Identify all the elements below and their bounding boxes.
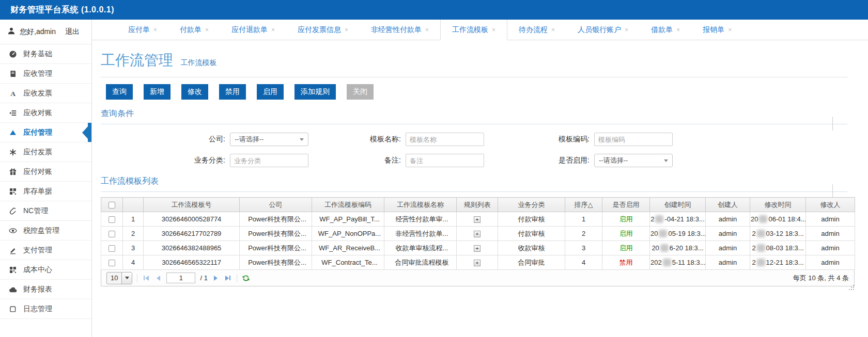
cloud-icon: [8, 285, 18, 294]
sidebar-item-receivable-mgmt[interactable]: 应收管理: [0, 64, 91, 84]
tab-expense-bill[interactable]: 报销单×: [691, 20, 743, 40]
add-button[interactable]: 新增: [144, 84, 171, 100]
sort-cell: 3: [565, 241, 602, 255]
modified-by-cell: admin: [806, 255, 855, 270]
tab-workflow-template[interactable]: 工作流模板×: [440, 20, 507, 40]
tab-personnel-bank-account[interactable]: 人员银行账户×: [566, 20, 640, 40]
table-row[interactable]: 13026646000528774Power科技有限公...WF_AP_PayB…: [101, 212, 855, 227]
expand-rules-button[interactable]: +: [474, 260, 481, 266]
row-checkbox[interactable]: [109, 216, 115, 223]
add-rule-button[interactable]: 添加规则: [295, 84, 336, 100]
logout-link[interactable]: 退出: [65, 27, 80, 37]
modified-time-cell: 208-03 18:3...: [750, 241, 806, 255]
tab-todo-flow[interactable]: 待办流程×: [507, 20, 566, 40]
index-header: [123, 198, 144, 212]
tab-close-icon[interactable]: ×: [625, 26, 628, 34]
expand-rules-button[interactable]: +: [474, 231, 481, 237]
column-header[interactable]: 修改人: [806, 198, 855, 212]
modified-time-cell: 2006-01 18:4...: [750, 212, 806, 227]
expand-rules-button[interactable]: +: [474, 216, 481, 223]
row-checkbox[interactable]: [109, 231, 115, 237]
row-checkbox[interactable]: [109, 245, 115, 252]
tab-payable-invoice-info[interactable]: 应付发票信息×: [286, 20, 360, 40]
enabled-select[interactable]: --请选择--: [594, 154, 673, 167]
field-label: 公司:: [101, 135, 230, 144]
template-name-input[interactable]: [406, 133, 484, 146]
company-select[interactable]: --请选择--: [230, 133, 308, 146]
sidebar-item-payment-mgmt[interactable]: 支付管理: [0, 240, 91, 260]
sidebar-item-receivable-reconcile[interactable]: 应收对账: [0, 103, 91, 123]
sidebar-item-finance-basics[interactable]: 财务基础: [0, 44, 91, 64]
user-greeting: 您好,admin: [20, 27, 56, 37]
user-panel: 您好,admin 退出: [0, 20, 91, 44]
column-header[interactable]: 创建人: [706, 198, 750, 212]
column-header[interactable]: 修改时间: [750, 198, 806, 212]
edit-button[interactable]: 修改: [181, 84, 208, 100]
column-header[interactable]: 排序△: [565, 198, 602, 212]
table-row[interactable]: 43026646565322117Power科技有限公...WF_Contrac…: [101, 255, 855, 270]
row-checkbox[interactable]: [109, 260, 115, 266]
page-number-input[interactable]: [166, 272, 195, 283]
section-handle: [832, 117, 833, 131]
content-area: 应付单×付款单×应付退款单×应付发票信息×非经营性付款单×工作流模板×待办流程×…: [92, 20, 868, 337]
tab-close-icon[interactable]: ×: [425, 26, 429, 34]
tab-close-icon[interactable]: ×: [492, 26, 495, 34]
tab-close-icon[interactable]: ×: [728, 26, 732, 34]
resize-grip[interactable]: [848, 283, 855, 293]
tab-close-icon[interactable]: ×: [345, 26, 348, 34]
tab-payable-bill[interactable]: 应付单×: [117, 20, 168, 40]
table-row[interactable]: 23026646217702789Power科技有限公...WF_AP_NonO…: [101, 227, 855, 241]
query-button[interactable]: 查询: [106, 84, 133, 100]
tab-non-operating-payment[interactable]: 非经营性付款单×: [360, 20, 440, 40]
column-header[interactable]: 业务分类: [498, 198, 565, 212]
sidebar-item-nc-mgmt[interactable]: NC管理: [0, 201, 91, 221]
table-row[interactable]: 33026646382488965Power科技有限公...WF_AR_Rece…: [101, 241, 855, 255]
column-header[interactable]: 规则列表: [457, 198, 498, 212]
sidebar-item-payable-reconcile[interactable]: 应付对账: [0, 162, 91, 182]
field-label: 模板编码:: [545, 135, 594, 144]
paperclip-icon: [8, 207, 18, 215]
close-button[interactable]: 关闭: [347, 84, 374, 100]
tab-payable-refund[interactable]: 应付退款单×: [220, 20, 286, 40]
sidebar-item-finance-report[interactable]: 财务报表: [0, 280, 91, 299]
template-code-input[interactable]: [594, 133, 673, 146]
field-business-category: 业务分类:: [101, 154, 323, 167]
column-header[interactable]: 是否启用: [602, 198, 650, 212]
enable-button[interactable]: 启用: [257, 84, 284, 100]
disable-button[interactable]: 禁用: [219, 84, 246, 100]
last-page-button[interactable]: [224, 276, 232, 281]
sidebar-item-cost-center[interactable]: 成本中心: [0, 260, 91, 280]
sidebar-item-log-mgmt[interactable]: 日志管理: [0, 299, 91, 319]
square-icon: [8, 305, 18, 313]
sidebar-item-payable-invoice[interactable]: 应付发票: [0, 142, 91, 162]
tab-close-icon[interactable]: ×: [271, 26, 275, 34]
tab-close-icon[interactable]: ×: [676, 26, 680, 34]
expand-rules-button[interactable]: +: [474, 245, 481, 252]
column-header[interactable]: 工作流模板编码: [312, 198, 384, 212]
select-all-checkbox[interactable]: [109, 202, 115, 208]
column-header[interactable]: 公司: [240, 198, 312, 212]
company-cell: Power科技有限公...: [240, 227, 312, 241]
tab-loan-bill[interactable]: 借款单×: [640, 20, 691, 40]
column-header[interactable]: 工作流模板名称: [384, 198, 457, 212]
tab-payment-bill[interactable]: 付款单×: [168, 20, 220, 40]
dashboard-icon: [8, 50, 18, 58]
business-category-input[interactable]: [230, 154, 308, 167]
company-cell: Power科技有限公...: [240, 212, 312, 227]
remark-input[interactable]: [406, 154, 484, 167]
column-header[interactable]: 创建时间: [650, 198, 706, 212]
column-header[interactable]: 工作流模板号: [144, 198, 240, 212]
next-page-button[interactable]: [212, 276, 219, 281]
sidebar-item-tax-disk-mgmt[interactable]: 税控盘管理: [0, 221, 91, 240]
tab-close-icon[interactable]: ×: [205, 26, 209, 34]
created-time-cell: 2025-11 18:3...: [650, 255, 706, 270]
tab-close-icon[interactable]: ×: [153, 26, 157, 34]
page-size-select[interactable]: 10: [106, 272, 132, 284]
tab-close-icon[interactable]: ×: [551, 26, 555, 34]
first-page-button[interactable]: [142, 276, 150, 281]
sidebar-item-payable-mgmt[interactable]: 应付管理: [0, 123, 91, 142]
sidebar-item-receivable-invoice[interactable]: A应收发票: [0, 84, 91, 103]
sidebar-item-inventory-docs[interactable]: 库存单据: [0, 182, 91, 201]
prev-page-button[interactable]: [155, 276, 162, 281]
refresh-icon[interactable]: [242, 274, 250, 282]
